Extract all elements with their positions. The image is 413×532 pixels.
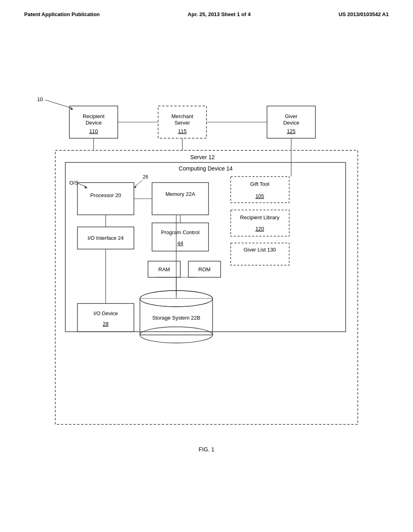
- svg-line-28: [136, 180, 143, 186]
- svg-text:Memory 22A: Memory 22A: [165, 191, 195, 197]
- svg-text:Processor 20: Processor 20: [90, 192, 121, 198]
- svg-text:105: 105: [255, 193, 264, 199]
- svg-marker-2: [70, 107, 73, 110]
- svg-text:Device: Device: [86, 120, 102, 126]
- svg-rect-49: [188, 261, 221, 277]
- svg-rect-39: [152, 223, 209, 251]
- svg-line-25: [78, 183, 86, 187]
- svg-marker-26: [84, 185, 88, 189]
- svg-text:Giver: Giver: [285, 113, 298, 119]
- svg-rect-17: [55, 150, 358, 424]
- svg-text:Recipient: Recipient: [83, 113, 105, 119]
- header-left: Patent Application Publication: [24, 11, 100, 17]
- svg-text:28: 28: [103, 321, 108, 327]
- svg-rect-63: [140, 299, 213, 335]
- svg-marker-29: [134, 185, 137, 188]
- svg-text:125: 125: [287, 128, 296, 134]
- svg-rect-60: [77, 303, 134, 332]
- svg-text:Server 12: Server 12: [190, 154, 215, 160]
- svg-text:Gift Tool: Gift Tool: [250, 181, 269, 187]
- svg-rect-3: [69, 106, 118, 138]
- svg-line-1: [45, 100, 71, 108]
- svg-text:110: 110: [89, 128, 98, 134]
- svg-rect-32: [152, 183, 209, 215]
- svg-text:Program Control: Program Control: [161, 229, 199, 235]
- svg-text:Storage System 22B: Storage System 22B: [152, 315, 200, 321]
- svg-point-67: [140, 291, 213, 307]
- diagram-area: 10 Recipient Device 110 Merchant Server …: [33, 37, 380, 461]
- svg-text:115: 115: [178, 128, 187, 134]
- svg-text:Merchant: Merchant: [171, 113, 194, 119]
- svg-text:26: 26: [143, 174, 148, 180]
- svg-text:120: 120: [255, 226, 264, 232]
- header-center: Apr. 25, 2013 Sheet 1 of 4: [188, 11, 250, 17]
- svg-rect-47: [148, 261, 180, 277]
- svg-text:ROM: ROM: [198, 266, 211, 272]
- svg-rect-45: [231, 243, 289, 265]
- svg-rect-34: [231, 177, 289, 203]
- svg-rect-42: [231, 210, 289, 236]
- svg-text:44: 44: [177, 240, 183, 246]
- svg-text:10: 10: [37, 96, 43, 102]
- page-header: Patent Application Publication Apr. 25, …: [0, 0, 413, 21]
- svg-point-64: [140, 291, 213, 307]
- svg-text:I/O Device: I/O Device: [94, 310, 118, 316]
- svg-text:I/O Interface 24: I/O Interface 24: [88, 235, 124, 241]
- svg-text:Giver List 130: Giver List 130: [244, 247, 276, 253]
- svg-text:Device: Device: [283, 120, 299, 126]
- svg-rect-22: [65, 162, 346, 332]
- svg-point-65: [140, 327, 213, 343]
- svg-rect-66: [140, 299, 212, 303]
- svg-rect-7: [158, 106, 206, 138]
- header-right: US 2013/0103542 A1: [338, 11, 389, 17]
- svg-text:O/S: O/S: [69, 180, 79, 186]
- fig-label: FIG. 1: [33, 446, 380, 453]
- svg-rect-11: [267, 106, 315, 138]
- svg-text:Server: Server: [175, 120, 190, 126]
- svg-rect-30: [77, 183, 134, 215]
- svg-rect-37: [77, 227, 134, 249]
- svg-text:RAM: RAM: [159, 266, 170, 272]
- svg-text:Computing Device 14: Computing Device 14: [179, 165, 233, 172]
- svg-text:Recipient Library: Recipient Library: [240, 214, 280, 220]
